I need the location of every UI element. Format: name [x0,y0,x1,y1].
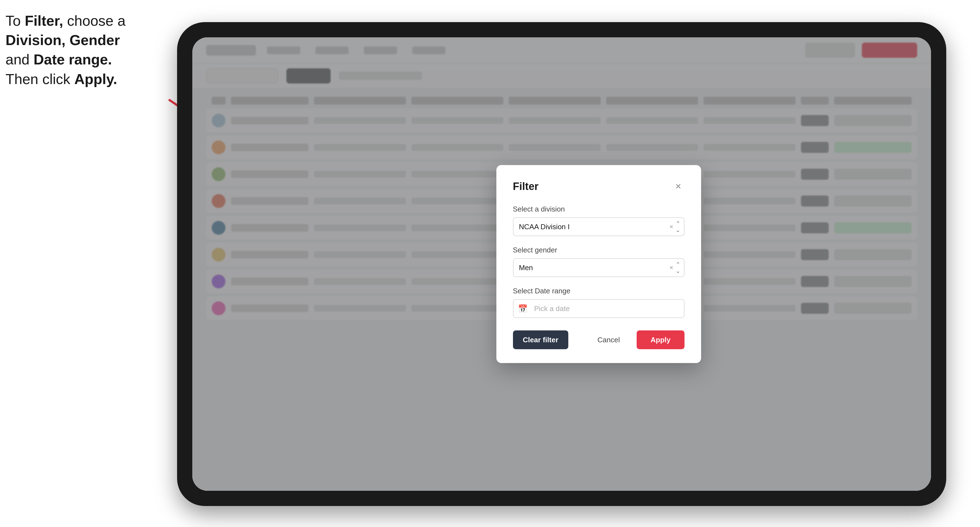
tablet-screen: Filter × Select a division NCAA Division… [192,37,931,491]
date-range-label: Select Date range [513,287,684,295]
modal-close-button[interactable]: × [672,180,684,192]
date-range-field: Select Date range 📅 Pick a date [513,287,684,318]
filter-modal: Filter × Select a division NCAA Division… [496,165,701,363]
instruction-line2: Division, Gender [6,32,120,48]
date-placeholder: Pick a date [531,305,570,313]
gender-select-wrapper: Men Women Co-ed × ⌃⌄ [513,258,684,277]
apply-button[interactable]: Apply [636,330,684,349]
division-select[interactable]: NCAA Division I NCAA Division II NCAA Di… [513,217,684,236]
division-field: Select a division NCAA Division I NCAA D… [513,205,684,236]
instruction-line4: Then click Apply. [6,71,117,87]
date-input-wrapper: 📅 Pick a date [513,299,684,318]
modal-title: Filter [513,181,539,192]
division-select-wrapper: NCAA Division I NCAA Division II NCAA Di… [513,217,684,236]
tablet-device: Filter × Select a division NCAA Division… [177,22,946,506]
division-label: Select a division [513,205,684,213]
modal-header: Filter × [513,180,684,192]
instruction-line1: To Filter, choose a [6,13,126,29]
gender-label: Select gender [513,246,684,254]
cancel-button[interactable]: Cancel [587,330,630,349]
instruction-text: To Filter, choose a Division, Gender and… [6,11,161,89]
clear-filter-button[interactable]: Clear filter [513,330,569,349]
modal-footer-right: Cancel Apply [587,330,684,349]
instruction-line3: and Date range. [6,51,112,67]
gender-select[interactable]: Men Women Co-ed [513,258,684,277]
modal-footer: Clear filter Cancel Apply [513,330,684,349]
date-range-input[interactable]: Pick a date [513,299,684,318]
gender-field: Select gender Men Women Co-ed × ⌃⌄ [513,246,684,277]
